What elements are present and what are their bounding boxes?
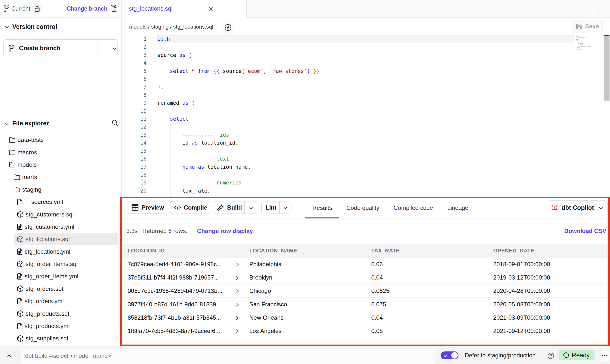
file-tree-item-stg-orders-sql[interactable]: stg_orders.sql — [0, 283, 122, 295]
dbt-command-input[interactable]: dbt build --select <model_name> — [19, 348, 437, 364]
code-line: select * from renamed — [576, 49, 578, 50]
copy-icon — [111, 5, 117, 12]
expand-cell-button[interactable] — [235, 315, 239, 321]
search-icon[interactable] — [112, 119, 118, 126]
column-header-tax_rate: TAX_RATE — [371, 248, 400, 254]
file-tree-item-stg-customers-sql[interactable]: stg_customers.sql — [0, 208, 122, 220]
code-line: select — [157, 115, 354, 123]
tree-item-label: stg_supplies.sql — [26, 335, 68, 342]
code-token — [186, 52, 189, 58]
help-icon[interactable] — [547, 352, 554, 359]
line-number: 4 — [122, 59, 147, 67]
expand-cell-chevron[interactable] — [235, 315, 239, 321]
more-options-button[interactable] — [600, 349, 609, 361]
file-tree-item-stg-locations-sql[interactable]: stg_locations.sql — [0, 233, 122, 245]
copilot-dropdown-chevron — [598, 205, 604, 211]
line-number: 7 — [122, 83, 147, 91]
build-dropdown-chevron[interactable] — [248, 206, 254, 210]
preview-button[interactable]: Preview — [127, 201, 166, 214]
file-tree-item-stg-customers-yml[interactable]: stg_customers.yml — [0, 221, 122, 233]
expand-cell-button[interactable] — [235, 262, 239, 267]
editor-pane: stg_locations.sql models / staging / stg… — [122, 0, 610, 197]
expand-cell-button[interactable] — [235, 288, 239, 294]
tree-item-icon — [17, 310, 24, 317]
tab-stg-locations[interactable]: stg_locations.sql — [122, 0, 247, 18]
file-tree-item-data-tests[interactable]: data-tests — [0, 134, 122, 146]
table-row: 858218fb-73f7-4b1b-a31f-57b345...New Orl… — [122, 311, 610, 324]
results-tab-code-quality[interactable]: Code quality — [339, 197, 386, 218]
results-tab-lineage[interactable]: Lineage — [440, 197, 475, 218]
scrollbar-thumb[interactable] — [604, 36, 610, 101]
expand-cell-button[interactable] — [235, 302, 239, 308]
expand-cell-chevron[interactable] — [235, 275, 239, 281]
lint-dropdown-chevron[interactable] — [282, 206, 288, 210]
file-icon — [17, 323, 23, 330]
code-line: tax_rate, — [576, 45, 578, 45]
code-token: ) — [157, 84, 161, 90]
save-button[interactable]: Save — [572, 20, 603, 33]
editor-scrollbar[interactable] — [604, 35, 610, 195]
tree-item-icon — [17, 199, 23, 205]
expand-cell-button[interactable] — [235, 275, 239, 281]
copy-branch-button[interactable] — [111, 5, 117, 12]
tree-item-label: data-tests — [17, 136, 44, 143]
dbt-copilot-button[interactable]: dbt Copilot — [548, 200, 608, 215]
breadcrumb: models / staging / stg_locations.sql — [129, 24, 213, 30]
table-cell: San Francisco — [249, 301, 287, 308]
new-tab-plus-icon[interactable] — [595, 5, 602, 12]
file-explorer-collapse-chevron[interactable] — [4, 120, 10, 127]
tree-item-icon — [9, 137, 16, 143]
create-branch-dropdown-chevron[interactable] — [111, 45, 118, 52]
tab-close-icon[interactable] — [208, 6, 214, 12]
compile-button[interactable]: Compile — [170, 201, 210, 214]
code-line — [157, 147, 354, 155]
ready-status-badge[interactable]: Ready — [559, 350, 594, 360]
status-bar: dbt build --select <model_name> Defer to… — [0, 346, 610, 364]
file-tree-item-stg-order-items-yml[interactable]: stg_order_items.yml — [0, 270, 122, 282]
code-line: renamed as ( — [157, 99, 354, 107]
file-tree-item-stg-orders-yml[interactable]: stg_orders.yml — [0, 295, 122, 307]
change-branch-link[interactable]: Change branch — [67, 5, 107, 12]
expand-cell-chevron[interactable] — [235, 328, 239, 334]
defer-toggle[interactable] — [441, 351, 458, 359]
collapse-command-bar-chevron[interactable] — [6, 354, 12, 358]
change-row-display-link[interactable]: Change row display — [197, 228, 253, 234]
dbt-copilot-logo-icon — [551, 204, 558, 212]
file-tree-item-stg-products-yml[interactable]: stg_products.yml — [0, 320, 122, 332]
download-csv-link[interactable]: Download CSV — [564, 228, 606, 234]
code-token: id — [576, 42, 578, 42]
expand-cell-button[interactable] — [235, 328, 239, 334]
tree-item-icon — [17, 236, 24, 243]
file-tree-item-stg-products-sql[interactable]: stg_products.sql — [0, 307, 122, 320]
code-editor[interactable]: 1234567891011121314151617181920212223242… — [122, 35, 610, 197]
file-tree-item-models[interactable]: models — [0, 159, 122, 171]
tree-item-label: marts — [22, 174, 37, 181]
expand-cell-chevron[interactable] — [235, 262, 239, 267]
expand-cell-chevron[interactable] — [235, 302, 239, 308]
lint-button[interactable]: Lint — [261, 201, 291, 214]
create-branch-button[interactable]: Create branch — [3, 39, 118, 57]
lineage-compass-button[interactable] — [222, 21, 234, 34]
code-token: opened_date — [588, 46, 591, 47]
model-cube-icon — [17, 335, 24, 342]
code-token — [157, 164, 182, 170]
code-token — [188, 100, 192, 106]
file-tree-item-marts[interactable]: marts — [0, 171, 122, 183]
results-tab-compiled-code[interactable]: Compiled code — [386, 197, 440, 218]
minimap[interactable]: with source as ( select * from {{ source… — [576, 35, 604, 196]
file-tree-item--sources-yml[interactable]: __sources.yml — [0, 196, 122, 208]
version-control-collapse-chevron[interactable] — [4, 24, 10, 30]
file-tree-item-staging[interactable]: staging — [0, 183, 122, 196]
file-tree-item-stg-supplies-sql[interactable]: stg_supplies.sql — [0, 332, 122, 345]
query-status-text: 3.3s | Returned 6 rows. — [126, 228, 187, 234]
build-label: Build — [227, 204, 242, 211]
line-number: 1 — [122, 35, 147, 43]
tree-item-label: stg_customers.yml — [25, 223, 74, 230]
file-tree-item-stg-locations-yml[interactable]: stg_locations.yml — [0, 246, 122, 258]
expand-cell-chevron[interactable] — [235, 288, 239, 294]
results-tab-results[interactable]: Results — [305, 197, 339, 218]
build-button[interactable]: Build — [213, 201, 257, 214]
file-tree-item-stg-order-items-sql[interactable]: stg_order_items.sql — [0, 258, 122, 270]
file-tree-item-macros[interactable]: macros — [0, 146, 122, 158]
folder-icon — [14, 174, 20, 180]
